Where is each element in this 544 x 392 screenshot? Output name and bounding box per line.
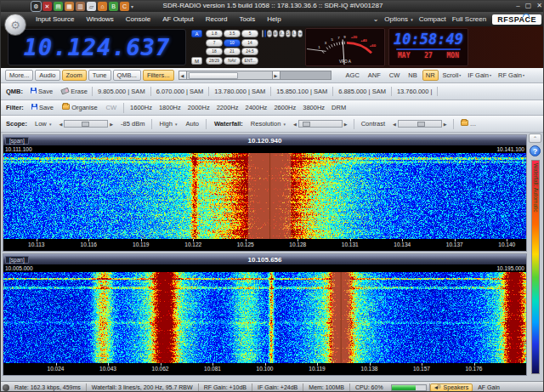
mode-button[interactable]: LSB bbox=[262, 30, 264, 37]
contrast-slider[interactable]: ◀ ▶ bbox=[391, 120, 449, 128]
bandwidth-button[interactable]: DRM bbox=[328, 103, 349, 112]
menu-overflow-icon[interactable]: ⌄ bbox=[373, 15, 379, 23]
scope-low-dropdown[interactable]: Low ▾ bbox=[31, 118, 54, 129]
band-button[interactable]: 10 bbox=[224, 39, 241, 47]
scroll-right-icon[interactable]: ▶ bbox=[272, 71, 280, 80]
slider-track[interactable] bbox=[398, 120, 442, 128]
qmb-memory-button[interactable]: 6.070.000 | SAM bbox=[151, 87, 210, 96]
menu-item[interactable]: Help bbox=[261, 14, 286, 25]
vfo-m-button[interactable]: M bbox=[191, 57, 202, 65]
badge-b-icon[interactable]: B bbox=[109, 2, 118, 11]
band-button[interactable]: 14 bbox=[241, 39, 258, 47]
collapse-button[interactable]: ⌃ bbox=[529, 134, 541, 143]
qmb-memory-button[interactable]: 15.850.100 | SAM bbox=[271, 87, 333, 96]
waterfall-display[interactable] bbox=[3, 153, 526, 239]
dsp-toggle[interactable]: ANF bbox=[365, 70, 384, 81]
slider-track[interactable] bbox=[64, 120, 108, 128]
slider-left-icon[interactable]: ◀ bbox=[391, 122, 398, 127]
scroll-left-icon[interactable]: ◀ bbox=[178, 71, 187, 80]
frequency-display[interactable]: 10.124.637 bbox=[8, 29, 186, 65]
mode-button[interactable]: USB bbox=[264, 30, 266, 37]
band-button[interactable]: 1.8 bbox=[206, 30, 223, 37]
menu-item[interactable]: Console bbox=[120, 14, 156, 25]
menu-item[interactable]: AF Output bbox=[156, 14, 199, 25]
span-button[interactable]: [span] bbox=[5, 256, 29, 264]
band-button[interactable]: 5 bbox=[241, 30, 258, 37]
app-logo-icon[interactable]: ⚙ bbox=[4, 14, 26, 36]
document-icon[interactable]: ▱ bbox=[87, 2, 96, 11]
waterfall-resolution-dropdown[interactable]: Resolution ▾ bbox=[247, 118, 289, 129]
slider-right-icon[interactable]: ▶ bbox=[108, 122, 115, 127]
maximize-button[interactable]: ▢ bbox=[525, 2, 532, 9]
mode-button[interactable]: CW-U bbox=[273, 30, 278, 37]
qmb-erase-button[interactable]: Erase bbox=[58, 86, 91, 97]
badge-c-icon[interactable]: C bbox=[120, 2, 129, 11]
menu-item[interactable]: Input Source bbox=[30, 14, 80, 25]
mode-button[interactable]: FM...▾ bbox=[292, 30, 297, 37]
band-button[interactable]: NAV bbox=[224, 57, 241, 65]
qmb-memory-button[interactable]: 6.885.000 | SAM bbox=[333, 87, 392, 96]
compact-button[interactable]: Compact bbox=[419, 15, 446, 23]
waterfall-header[interactable]: [span] 10.120.940 bbox=[3, 135, 526, 145]
bandwidth-button[interactable]: 2200Hz bbox=[213, 103, 242, 112]
waterfall-header[interactable]: [span] 10.105.656 bbox=[3, 254, 526, 264]
mode-button[interactable]: CW-L bbox=[267, 30, 272, 37]
af-gain-button[interactable]: AF Gain bbox=[473, 384, 505, 390]
home-icon[interactable]: ⌂ bbox=[98, 2, 107, 11]
menu-item[interactable]: Tools bbox=[233, 14, 261, 25]
slider-thumb[interactable] bbox=[417, 122, 425, 127]
slider-right-icon[interactable]: ▶ bbox=[343, 122, 349, 127]
filter-cw-button[interactable]: CW bbox=[103, 102, 121, 113]
tuning-scrollbar[interactable]: ◀ ▶ bbox=[178, 71, 332, 80]
app-gear-icon[interactable]: ⚙ bbox=[31, 2, 41, 11]
slider-thumb[interactable] bbox=[303, 122, 310, 127]
bandwidth-button[interactable]: 1600Hz bbox=[127, 103, 156, 112]
qmb-save-button[interactable]: Save bbox=[27, 86, 56, 97]
band-button[interactable]: 28/29 bbox=[206, 57, 223, 65]
fullscreen-button[interactable]: Full Screen bbox=[452, 15, 486, 23]
slider-left-icon[interactable]: ◀ bbox=[57, 122, 64, 127]
help-button[interactable]: ? bbox=[530, 145, 541, 156]
menu-item[interactable]: Windows bbox=[80, 14, 119, 25]
gain-dropdown[interactable]: IF Gain▾ bbox=[465, 71, 494, 80]
dsp-toggle[interactable]: NR bbox=[422, 70, 439, 81]
vfo-a-button[interactable]: A bbox=[191, 30, 202, 37]
bandwidth-button[interactable]: 1800Hz bbox=[156, 103, 184, 112]
dsp-toggle[interactable]: AGC bbox=[343, 70, 363, 81]
toolbar-button[interactable]: Audio bbox=[35, 70, 60, 81]
band-button[interactable]: 21 bbox=[224, 48, 241, 55]
options-menu[interactable]: Options ▾ bbox=[384, 15, 412, 23]
menu-item[interactable]: Record bbox=[200, 14, 234, 25]
mode-button[interactable]: More...▾ bbox=[298, 30, 303, 37]
band-button[interactable]: 7 bbox=[206, 39, 223, 47]
slider-right-icon[interactable]: ▶ bbox=[442, 122, 449, 127]
band-button[interactable]: 24.5 bbox=[241, 48, 258, 55]
dsp-toggle[interactable]: NB bbox=[405, 70, 420, 81]
qmb-memory-button[interactable]: 13.780.000 | SAM bbox=[209, 87, 271, 96]
waterfall-options-button[interactable]: … bbox=[457, 118, 480, 129]
waterfall-display[interactable] bbox=[3, 272, 526, 363]
scrollbar-track[interactable] bbox=[187, 71, 272, 80]
toolbar-button[interactable]: Tune bbox=[88, 70, 111, 81]
scrollbar-thumb[interactable] bbox=[189, 72, 238, 79]
minimize-button[interactable]: – bbox=[516, 2, 519, 9]
slider-left-icon[interactable]: ◀ bbox=[292, 122, 298, 127]
toolbar-button[interactable]: QMB... bbox=[113, 70, 141, 81]
qat-overflow-icon[interactable]: ▾ bbox=[131, 3, 133, 9]
filter-organise-button[interactable]: Organise bbox=[59, 102, 101, 113]
scope-auto-button[interactable]: Auto bbox=[183, 118, 202, 129]
filter-save-button[interactable]: Save bbox=[28, 102, 57, 113]
scope-low-slider[interactable]: ◀ ▶ bbox=[57, 120, 115, 128]
mode-button[interactable]: DSB bbox=[286, 30, 291, 37]
gain-dropdown[interactable]: RF Gain▾ bbox=[496, 71, 527, 80]
bandwidth-button[interactable]: 2000Hz bbox=[184, 103, 213, 112]
speakers-button[interactable]: Speakers bbox=[430, 383, 473, 392]
span-button[interactable]: [span] bbox=[5, 137, 29, 145]
band-button[interactable]: ENT... bbox=[241, 57, 258, 65]
bandwidth-button[interactable]: 2400Hz bbox=[242, 103, 271, 112]
resolution-slider[interactable]: ◀ ▶ bbox=[292, 120, 349, 128]
dsp-toggle[interactable]: CW bbox=[386, 70, 404, 81]
close-button[interactable]: ✕ bbox=[536, 2, 542, 9]
qmb-memory-button[interactable]: 13.760.000 | bbox=[392, 87, 439, 96]
qmb-memory-button[interactable]: 9.805.000 | SAM bbox=[92, 87, 151, 96]
